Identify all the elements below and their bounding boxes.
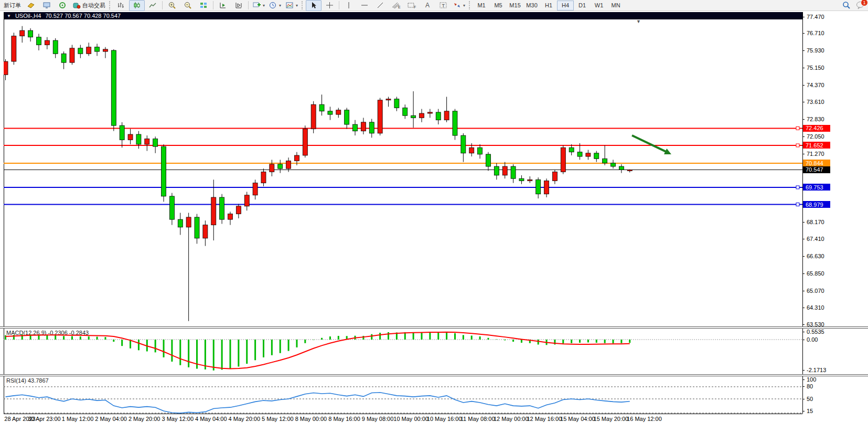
candle-body: [411, 115, 416, 118]
trend-arrow-annotation[interactable]: [632, 135, 668, 153]
time-axis-label: 1 May 12:00: [62, 416, 94, 422]
auto-scroll-icon: [219, 2, 227, 9]
candle-body: [128, 134, 133, 140]
candle-body: [627, 170, 632, 171]
candle-body: [444, 111, 449, 120]
timeframe-button-M30[interactable]: M30: [523, 1, 540, 10]
price-badge-70.547: 70.547: [803, 166, 830, 173]
price-axis-tick: [802, 239, 805, 239]
level-line-handle[interactable]: [796, 186, 799, 189]
order-tag-button[interactable]: [23, 0, 39, 11]
price-axis-label: 67.410: [807, 236, 824, 242]
rsi-pane[interactable]: [4, 376, 802, 414]
autotrading-button[interactable]: 自动交易: [70, 0, 108, 11]
time-axis-label: 15 May 04:00: [560, 416, 595, 422]
text-tool-button[interactable]: A: [420, 0, 435, 11]
chart-shift-icon: [234, 2, 243, 9]
timeframe-button-M1[interactable]: M1: [473, 1, 490, 10]
autotrading-label: 自动交易: [82, 2, 105, 9]
candlestick-chart-button[interactable]: [129, 0, 145, 11]
candle-body: [369, 122, 374, 133]
candle-body: [311, 104, 316, 129]
candle-body: [220, 197, 224, 219]
timeframe-button-M5[interactable]: M5: [490, 1, 507, 10]
text-label-tool-button[interactable]: T: [435, 0, 451, 11]
toolbar-separator: [213, 1, 213, 9]
time-axis-label: 4 May 20:00: [229, 416, 261, 422]
timeframe-button-MN[interactable]: MN: [607, 1, 624, 10]
line-chart-button[interactable]: [145, 0, 160, 11]
arrows-tool-button[interactable]: ▾: [451, 0, 467, 11]
main-chart-pane[interactable]: [4, 13, 802, 326]
candle-body: [253, 183, 258, 195]
level-line-handle[interactable]: [796, 203, 799, 206]
trendline-tool-button[interactable]: [372, 0, 388, 11]
level-line-handle[interactable]: [796, 144, 799, 147]
candle-body: [594, 153, 599, 159]
macd-signal-line: [6, 332, 630, 369]
chart-border-bottom: [4, 414, 802, 414]
candle-body: [153, 139, 158, 146]
zoom-out-button[interactable]: [180, 0, 196, 11]
tile-windows-button[interactable]: [196, 0, 211, 11]
auto-scroll-button[interactable]: [215, 0, 231, 11]
price-axis-tick: [802, 291, 805, 291]
price-axis-label: 66.630: [807, 253, 824, 259]
notifications-icon[interactable]: 1: [856, 1, 865, 9]
market-watch-button[interactable]: [39, 0, 55, 11]
new-order-button[interactable]: 新订单: [2, 0, 23, 11]
candle-body: [236, 206, 241, 214]
cursor-tool-button[interactable]: [306, 0, 322, 11]
time-axis-label: 8 May 16:00: [328, 416, 360, 422]
candle-body: [95, 47, 100, 51]
candle-body: [336, 110, 341, 114]
rsi-axis-tick: [802, 399, 805, 399]
timeframe-button-D1[interactable]: D1: [574, 1, 591, 10]
cursor-icon: [310, 2, 317, 9]
candle-body: [502, 166, 507, 175]
rsi-axis-tick: [802, 386, 805, 387]
periods-button[interactable]: ▾: [267, 0, 283, 11]
rsi-axis-label: 50: [807, 396, 813, 402]
candle-body: [619, 166, 624, 170]
toolbar-separator: [339, 1, 339, 9]
mt4-window: 新订单 自动交易: [0, 0, 868, 433]
timeframe-button-H4[interactable]: H4: [557, 1, 574, 10]
timeframe-button-W1[interactable]: W1: [591, 1, 607, 10]
candle-body: [519, 178, 524, 181]
time-axis-label: 12 May 00:00: [494, 416, 529, 422]
crosshair-tool-button[interactable]: [322, 0, 337, 11]
candle-body: [403, 108, 408, 115]
bar-chart-button[interactable]: [113, 0, 129, 11]
svg-text:E: E: [398, 5, 401, 9]
rsi-axis-label: 80: [807, 383, 813, 389]
templates-button[interactable]: ▾: [283, 0, 300, 11]
horizontal-line-tool-button[interactable]: [357, 0, 372, 11]
timeframe-button-H1[interactable]: H1: [540, 1, 557, 10]
zoom-in-button[interactable]: [164, 0, 180, 11]
navigator-button[interactable]: [55, 0, 70, 11]
search-icon[interactable]: [842, 1, 851, 9]
macd-pane[interactable]: [4, 329, 802, 374]
price-axis-label: 75.150: [807, 65, 824, 71]
macd-axis-tick: [802, 332, 805, 332]
vertical-line-tool-button[interactable]: [341, 0, 357, 11]
level-line-handle[interactable]: [796, 126, 799, 130]
channel-tool-button[interactable]: F: [404, 0, 420, 11]
dropdown-arrow-icon: ▾: [463, 3, 465, 8]
price-axis-line[interactable]: [802, 12, 803, 414]
candle-body: [186, 217, 191, 227]
toolbar-separator: [248, 1, 249, 9]
candle-body: [494, 166, 499, 175]
price-axis-label: 65.850: [807, 270, 824, 277]
chart-shift-button[interactable]: [231, 0, 247, 11]
price-axis-label: 72.830: [807, 116, 824, 122]
main-toolbar: 新订单 自动交易: [0, 0, 868, 11]
navigator-icon: [58, 2, 67, 9]
indicators-button[interactable]: ▾: [250, 0, 267, 11]
candle-body: [569, 147, 574, 152]
timeframe-button-M15[interactable]: M15: [507, 1, 523, 10]
fibonacci-tool-button[interactable]: E: [388, 0, 404, 11]
indicators-icon: [252, 2, 261, 9]
candle-body: [36, 37, 41, 45]
